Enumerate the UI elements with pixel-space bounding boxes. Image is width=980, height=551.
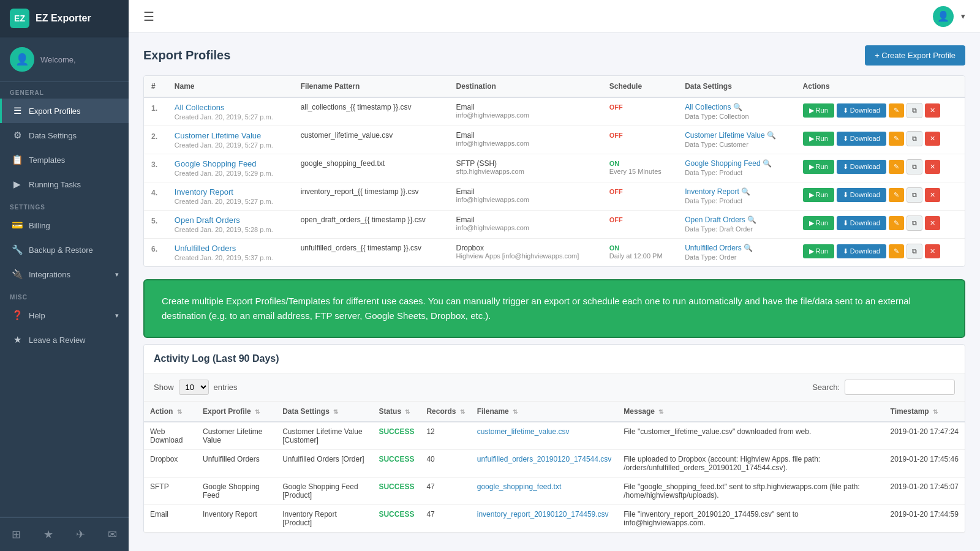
act-records: 12 [420,422,470,450]
download-button[interactable]: ⬇ Download [837,132,886,146]
act-col-filename[interactable]: Filename ⇅ [471,402,618,422]
profile-name-link[interactable]: All Collections [175,103,225,112]
sidebar-item-templates[interactable]: 📋 Templates [0,148,129,172]
sort-icon: ⇅ [177,408,182,415]
create-export-profile-button[interactable]: + Create Export Profile [865,45,965,66]
act-col-status[interactable]: Status ⇅ [372,402,420,422]
profile-schedule: OFF [602,211,677,239]
act-col-message[interactable]: Message ⇅ [617,402,884,422]
edit-button[interactable]: ✎ [889,244,904,258]
copy-button[interactable]: ⧉ [907,131,922,146]
mail-icon[interactable]: ✉ [103,525,122,544]
filename-link[interactable]: google_shopping_feed.txt [477,482,561,491]
copy-button[interactable]: ⧉ [907,159,922,174]
grid-icon[interactable]: ⊞ [7,525,26,544]
filename-link[interactable]: inventory_report_20190120_174459.csv [477,510,609,519]
filename-link[interactable]: customer_lifetime_value.csv [477,427,570,436]
profile-data-settings: Unfulfilled Orders 🔍 Data Type: Order [677,239,795,267]
entries-select[interactable]: 10 25 50 [179,380,209,395]
delete-button[interactable]: ✕ [925,160,940,174]
col-destination: Destination [449,76,602,97]
info-banner: Create multiple Export Profiles/Template… [143,279,965,338]
download-button[interactable]: ⬇ Download [837,103,886,118]
edit-button[interactable]: ✎ [889,160,904,174]
sidebar-item-billing[interactable]: 💳 Billing [0,213,129,238]
run-button[interactable]: ▶ Run [803,188,834,202]
delete-button[interactable]: ✕ [925,188,940,202]
act-col-export-profile[interactable]: Export Profile ⇅ [197,402,276,422]
profile-name-link[interactable]: Inventory Report [175,187,233,197]
profile-name: Open Draft Orders Created Jan. 20, 2019,… [167,211,293,239]
profile-schedule: OFF [602,126,677,154]
delete-button[interactable]: ✕ [925,244,940,258]
edit-button[interactable]: ✎ [889,188,904,202]
sidebar-item-integrations[interactable]: 🔌 Integrations ▾ [0,262,129,287]
download-button[interactable]: ⬇ Download [837,216,886,230]
delete-button[interactable]: ✕ [925,103,940,118]
data-settings-link[interactable]: All Collections [685,103,731,111]
col-num: # [144,76,167,97]
profile-destination: Email info@highviewapps.com [449,211,602,239]
act-records: 47 [420,478,470,505]
activity-log-title: Activity Log (Last 90 Days) [154,353,955,364]
topbar-dropdown-icon[interactable]: ▾ [961,12,965,21]
sidebar-item-help[interactable]: ❓ Help ▾ [0,303,129,328]
delete-button[interactable]: ✕ [925,132,940,146]
activity-search-input[interactable] [845,380,955,395]
app-name: EZ Exporter [36,13,91,24]
col-actions: Actions [796,76,965,97]
plane-icon[interactable]: ✈ [71,525,90,544]
profile-name-link[interactable]: Google Shopping Feed [175,159,257,168]
act-col-timestamp[interactable]: Timestamp ⇅ [884,402,965,422]
profile-schedule: ON Daily at 12:00 PM [602,239,677,267]
delete-button[interactable]: ✕ [925,216,940,230]
edit-button[interactable]: ✎ [889,216,904,230]
copy-button[interactable]: ⧉ [907,187,922,203]
edit-button[interactable]: ✎ [889,103,904,118]
run-button[interactable]: ▶ Run [803,244,834,258]
data-settings-link[interactable]: Google Shopping Feed [685,159,760,168]
act-filename: inventory_report_20190120_174459.csv [471,505,618,533]
data-settings-link[interactable]: Unfulfilled Orders [685,244,742,252]
act-col-action[interactable]: Action ⇅ [144,402,197,422]
copy-button[interactable]: ⧉ [907,103,922,118]
profile-destination: Email info@highviewapps.com [449,97,602,126]
sidebar-item-data-settings[interactable]: ⚙ Data Settings [0,123,129,148]
act-col-data-settings[interactable]: Data Settings ⇅ [276,402,372,422]
act-timestamp: 2019-01-20 17:45:07 [884,478,965,505]
profile-schedule: ON Every 15 Minutes [602,154,677,182]
download-button[interactable]: ⬇ Download [837,160,886,174]
profile-name-link[interactable]: Customer Lifetime Value [175,131,261,140]
sidebar-item-export-profiles[interactable]: ☰ Export Profiles [0,99,129,123]
copy-button[interactable]: ⧉ [907,244,922,259]
edit-button[interactable]: ✎ [889,132,904,146]
hamburger-menu-button[interactable]: ☰ [143,9,154,24]
run-button[interactable]: ▶ Run [803,216,834,230]
col-data-settings: Data Settings [677,76,795,97]
run-button[interactable]: ▶ Run [803,103,834,118]
profile-name-link[interactable]: Unfulfilled Orders [175,244,236,253]
filename-link[interactable]: unfulfilled_orders_20190120_174544.csv [477,455,612,463]
run-button[interactable]: ▶ Run [803,132,834,146]
integrations-icon: 🔌 [12,269,23,280]
sidebar-item-leave-review[interactable]: ★ Leave a Review [0,328,129,352]
act-message: File "inventory_report_20190120_174459.c… [617,505,884,533]
act-col-records[interactable]: Records ⇅ [420,402,470,422]
star-bottom-icon[interactable]: ★ [39,525,58,544]
data-settings-link[interactable]: Inventory Report [685,187,739,196]
profile-destination: SFTP (SSH) sftp.highviewapps.com [449,154,602,182]
download-button[interactable]: ⬇ Download [837,244,886,258]
profile-destination: Email info@highviewapps.com [449,126,602,154]
profile-name-link[interactable]: Open Draft Orders [175,216,240,225]
billing-icon: 💳 [12,220,23,231]
sidebar-item-backup-restore[interactable]: 🔧 Backup & Restore [0,238,129,262]
sidebar-item-running-tasks[interactable]: ▶ Running Tasks [0,172,129,197]
download-button[interactable]: ⬇ Download [837,188,886,202]
copy-button[interactable]: ⧉ [907,216,922,231]
data-settings-link[interactable]: Open Draft Orders [685,216,745,224]
sidebar-item-label: Data Settings [29,131,77,140]
run-button[interactable]: ▶ Run [803,160,834,174]
profile-name: Inventory Report Created Jan. 20, 2019, … [167,182,293,211]
data-settings-link[interactable]: Customer Lifetime Value [685,131,765,140]
topbar-user-avatar[interactable]: 👤 [933,6,954,27]
